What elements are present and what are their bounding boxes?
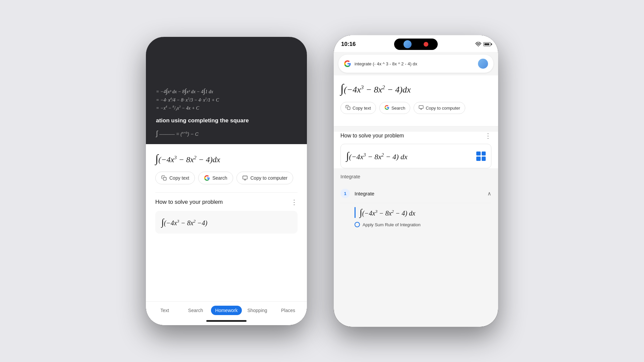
search-query-right: integrate (- 4x ^ 3 - 8x ^ 2 - 4) dx [355, 61, 475, 66]
right-screen: 10:16 [334, 35, 498, 327]
left-phone: = −4∫x³ dx − 8∫x² dx − 4∫1 dx = −4· x4/4… [146, 37, 307, 325]
search-label-right: Search [391, 106, 405, 111]
left-screen: = −4∫x³ dx − 8∫x² dx − 4∫1 dx = −4· x4/4… [146, 37, 307, 325]
island-avatar [404, 40, 412, 48]
status-icons [475, 42, 491, 47]
more-options-left[interactable]: ⋮ [291, 198, 298, 206]
divider [334, 126, 498, 126]
copy-computer-label-left: Copy to computer [251, 175, 288, 181]
google-icon-right [384, 105, 389, 111]
computer-icon-right [419, 105, 424, 111]
step-detail-math: ∫(−4x3 − 8x2 − 4) dx [355, 207, 491, 218]
sp-integral: ∫(−4x3 − 8x2 − 4) dx [346, 150, 408, 162]
svg-rect-1 [243, 176, 247, 179]
google-icon-left [204, 175, 210, 181]
solve-section-left: How to solve your problem ⋮ ∫(−4x3 − 8x2… [155, 192, 298, 234]
apply-rule-label: Apply Sum Rule of Integration [363, 222, 421, 227]
partial-eq: ∫ ───── = (x+b) − C [156, 129, 297, 137]
solve-box-left: ∫(−4x3 − 8x2 −4) [155, 211, 298, 234]
computer-icon-left [242, 175, 248, 181]
sp-box: ∫(−4x3 − 8x2 − 4) dx [340, 144, 491, 168]
math-line-1: = −4∫x³ dx − 8∫x² dx − 4∫1 dx [156, 87, 297, 95]
solve-title-left: How to solve your problem [155, 199, 223, 205]
more-options-right[interactable]: ⋮ [485, 132, 491, 140]
copy-text-button-left[interactable]: Copy text [155, 172, 195, 184]
copy-text-label-right: Copy text [353, 106, 371, 111]
search-button-left[interactable]: Search [198, 172, 233, 184]
battery-icon [483, 42, 491, 46]
status-time: 10:16 [341, 41, 356, 48]
dark-top-section: = −4∫x³ dx − 8∫x² dx − 4∫1 dx = −4· x4/4… [146, 37, 307, 144]
search-button-right[interactable]: Search [379, 102, 410, 114]
nav-search[interactable]: Search [180, 306, 211, 315]
svg-rect-3 [347, 107, 350, 110]
copy-icon-right [345, 105, 351, 111]
white-section: ∫(−4x3 − 8x2 − 4)dx Copy text [146, 144, 307, 240]
right-action-buttons: Copy text Search [340, 102, 491, 114]
dynamic-island [394, 39, 438, 50]
apply-sum-rule: Apply Sum Rule of Integration [355, 222, 491, 227]
copy-computer-button-right[interactable]: Copy to computer [414, 102, 465, 114]
chevron-up-icon[interactable]: ∧ [487, 190, 491, 197]
nav-shopping[interactable]: Shopping [242, 306, 273, 315]
integral-expression-left: ∫(−4x3 − 8x2 − 4)dx [155, 152, 298, 165]
math-line-2: = −4· x4/4 − 8· x3/3 − 4· x1/1 + C [156, 97, 297, 103]
nav-places[interactable]: Places [273, 306, 304, 315]
search-bar-right[interactable]: integrate (- 4x ^ 3 - 8x ^ 2 - 4) dx [338, 55, 493, 73]
svg-point-2 [478, 46, 479, 47]
sp-title: How to solve your problem [340, 133, 404, 139]
google-logo-right [344, 60, 351, 67]
solve-header-left: How to solve your problem ⋮ [155, 198, 298, 206]
step-number: 1 [340, 189, 350, 198]
home-indicator-left [206, 320, 247, 322]
grid-button[interactable] [476, 152, 486, 161]
record-indicator [424, 42, 428, 47]
main-content-right: ∫(−4x3 − 8x2 − 4)dx Copy text [334, 75, 498, 126]
copy-text-button-right[interactable]: Copy text [340, 102, 376, 114]
copy-computer-button-left[interactable]: Copy to computer [236, 172, 293, 184]
copy-icon-left [161, 175, 167, 181]
sp-header: How to solve your problem ⋮ [340, 132, 491, 140]
svg-rect-4 [419, 106, 423, 109]
math-line-3: = −x4 − 8/3x3 − 4x + C [156, 105, 297, 111]
user-avatar-right [478, 59, 488, 69]
copy-computer-label-right: Copy to computer [426, 106, 460, 111]
right-phone: 10:16 [334, 35, 498, 327]
step-section: 1 Integrate ∧ ∫(−4x3 − 8x2 − 4) dx Apply… [334, 184, 498, 231]
solve-problem-section-right: How to solve your problem ⋮ ∫(−4x3 − 8x2… [334, 132, 498, 168]
completing-square-label: ation using completing the square [156, 117, 297, 124]
step-title: Integrate [355, 191, 374, 196]
step-detail: ∫(−4x3 − 8x2 − 4) dx Apply Sum Rule of I… [340, 203, 491, 231]
circle-icon [355, 222, 360, 227]
action-buttons-left: Copy text Search [155, 172, 298, 184]
wifi-icon [475, 42, 481, 47]
step-1-left: 1 Integrate [340, 189, 374, 198]
integrate-label: Integrate [334, 174, 498, 179]
math-derivation: = −4∫x³ dx − 8∫x² dx − 4∫1 dx = −4· x4/4… [156, 87, 297, 111]
integral-expr-right: ∫(−4x3 − 8x2 − 4)dx [340, 81, 491, 97]
step-1-row: 1 Integrate ∧ [340, 184, 491, 203]
nav-homework[interactable]: Homework [211, 306, 242, 315]
nav-text[interactable]: Text [149, 306, 180, 315]
svg-rect-0 [163, 177, 166, 180]
solve-math-left: ∫(−4x3 − 8x2 −4) [161, 219, 207, 227]
copy-text-label-left: Copy text [169, 175, 189, 181]
search-label-left: Search [212, 175, 227, 181]
